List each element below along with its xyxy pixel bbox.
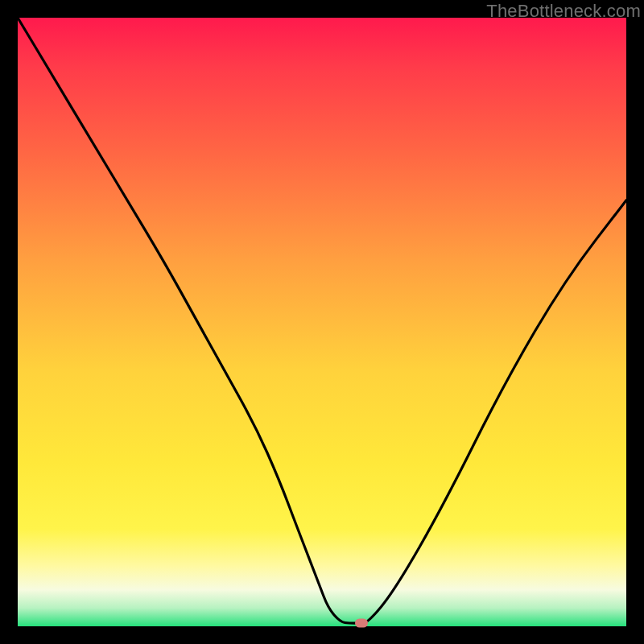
optimal-marker — [355, 619, 368, 628]
bottleneck-curve — [18, 18, 626, 626]
chart-frame: TheBottleneck.com — [0, 0, 644, 644]
chart-plot-area — [18, 18, 626, 626]
